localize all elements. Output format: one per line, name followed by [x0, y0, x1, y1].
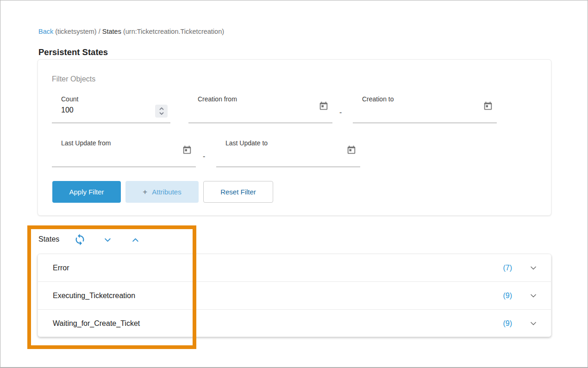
state-row-error[interactable]: Error (7)	[38, 254, 551, 282]
creation-to-label: Creation to	[362, 95, 394, 103]
state-row-executing-ticketcreation[interactable]: Executing_Ticketcreation (9)	[38, 282, 551, 310]
count-stepper[interactable]	[155, 105, 168, 118]
breadcrumb-separator: /	[99, 28, 102, 35]
refresh-button[interactable]	[74, 233, 86, 248]
filter-card: Filter Objects Count Creation from	[38, 59, 551, 216]
last-update-from-field: Last Update from	[52, 139, 196, 167]
last-update-to-input[interactable]	[225, 149, 304, 160]
collapse-all-button[interactable]	[131, 235, 140, 247]
creation-from-field: Creation from	[188, 95, 332, 123]
count-field: Count	[52, 95, 170, 123]
breadcrumb-urn: (urn:Ticketcreation.Ticketcreation)	[123, 28, 224, 35]
calendar-icon	[346, 145, 357, 155]
chevron-up-icon	[131, 235, 140, 245]
state-name: Executing_Ticketcreation	[53, 292, 503, 300]
creation-from-label: Creation from	[198, 95, 237, 103]
last-update-to-calendar-button[interactable]	[346, 145, 357, 155]
states-list: Error (7) Executing_Ticketcreation (9) W…	[38, 254, 551, 337]
calendar-icon	[319, 101, 329, 111]
creation-range-separator: -	[339, 108, 342, 117]
state-name: Waiting_for_Create_Ticket	[53, 319, 503, 328]
chevron-down-icon	[103, 235, 113, 245]
states-title: States	[38, 235, 59, 243]
state-count-badge: (7)	[503, 264, 512, 272]
breadcrumb-context: (ticketsystem)	[55, 28, 96, 35]
attributes-button-label: Attributes	[152, 188, 181, 196]
state-count-badge: (9)	[503, 292, 512, 300]
last-update-from-calendar-button[interactable]	[182, 145, 192, 155]
last-update-from-label: Last Update from	[61, 139, 111, 147]
creation-to-input[interactable]	[362, 105, 441, 116]
add-attributes-button[interactable]: + Attributes	[125, 181, 199, 203]
creation-from-input[interactable]	[198, 105, 276, 116]
refresh-icon	[74, 233, 86, 246]
state-row-waiting-for-create-ticket[interactable]: Waiting_for_Create_Ticket (9)	[38, 310, 551, 337]
breadcrumb-section: States	[102, 28, 121, 35]
last-update-to-field: Last Update to	[216, 139, 360, 167]
state-count-badge: (9)	[503, 319, 512, 328]
persistent-states-page: Back (ticketsystem) / States (urn:Ticket…	[0, 0, 588, 368]
last-update-to-label: Last Update to	[225, 139, 268, 147]
plus-icon: +	[143, 187, 147, 197]
stepper-arrows-icon	[159, 107, 164, 115]
count-label: Count	[61, 95, 78, 103]
state-name: Error	[53, 264, 503, 272]
creation-from-calendar-button[interactable]	[319, 101, 329, 111]
apply-filter-button[interactable]: Apply Filter	[52, 181, 121, 203]
calendar-icon	[483, 101, 493, 111]
filter-card-title: Filter Objects	[52, 75, 95, 83]
creation-to-field: Creation to	[353, 95, 497, 123]
filter-buttons: Apply Filter + Attributes Reset Filter	[52, 181, 273, 203]
creation-to-calendar-button[interactable]	[483, 101, 493, 111]
back-link[interactable]: Back	[38, 28, 53, 35]
page-title: Persistent States	[38, 47, 108, 57]
chevron-down-icon[interactable]	[529, 319, 538, 328]
expand-all-button[interactable]	[103, 235, 113, 247]
chevron-down-icon[interactable]	[529, 291, 538, 300]
calendar-icon	[182, 145, 192, 155]
last-update-from-input[interactable]	[61, 149, 140, 160]
last-update-range-separator: -	[203, 152, 205, 161]
count-input[interactable]	[61, 105, 140, 116]
breadcrumb: Back (ticketsystem) / States (urn:Ticket…	[38, 28, 224, 35]
reset-filter-button[interactable]: Reset Filter	[203, 181, 273, 203]
chevron-down-icon[interactable]	[529, 263, 538, 273]
